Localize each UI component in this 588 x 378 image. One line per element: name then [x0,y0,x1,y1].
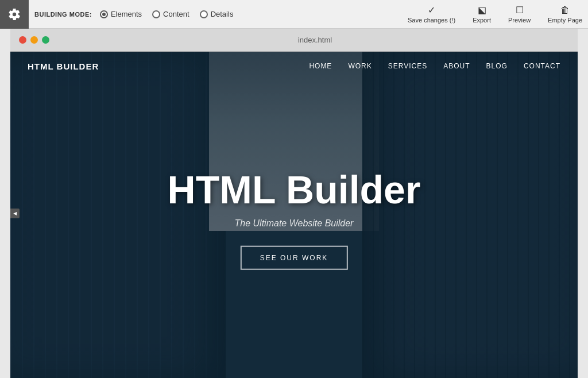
mode-elements-label: Elements [111,10,142,18]
toolbar: BUILDING MODE: Elements Content Details … [0,0,588,29]
export-label: Export [473,17,491,24]
mode-options: Elements Content Details [100,10,234,18]
hero-content: HTML Builder The Ultimate Website Builde… [67,170,521,270]
gear-button[interactable] [0,0,29,29]
gear-icon [8,8,21,21]
trash-icon: 🗑 [560,5,570,16]
radio-content [152,10,160,18]
website-preview: HTML BUILDER HOME WORK SERVICES ABOUT BL… [10,52,578,378]
mode-details-label: Details [211,10,234,18]
nav-link-services[interactable]: SERVICES [388,62,427,70]
nav-link-blog[interactable]: BLOG [486,62,508,70]
hero-title: HTML Builder [67,170,521,209]
preview-button[interactable]: ☐ Preview [508,5,531,24]
export-icon: ⬕ [478,5,486,16]
nav-link-about[interactable]: ABOUT [443,62,470,70]
nav-links: HOME WORK SERVICES ABOUT BLOG CONTACT [309,62,560,70]
export-button[interactable]: ⬕ Export [473,5,491,24]
mode-content[interactable]: Content [152,10,189,18]
minimize-dot[interactable] [30,36,38,44]
nav-link-contact[interactable]: CONTACT [524,62,560,70]
empty-page-button[interactable]: 🗑 Empty Page [548,5,582,24]
close-dot[interactable] [19,36,26,44]
radio-details [200,10,208,18]
nav-link-home[interactable]: HOME [309,62,332,70]
arrow-icon: ◀ [13,211,17,216]
toolbar-right: ✓ Save changes (!) ⬕ Export ☐ Preview 🗑 … [408,5,582,24]
address-bar[interactable]: index.html [61,36,569,44]
mode-details[interactable]: Details [200,10,234,18]
mode-content-label: Content [163,10,189,18]
site-logo[interactable]: HTML BUILDER [28,61,99,71]
save-label: Save changes (!) [408,17,455,24]
hero-subtitle: The Ultimate Website Builder [67,218,521,229]
preview-wrapper: ◀ HTML BUILDER HOME WORK SERVICES ABOUT … [10,52,578,378]
site-nav: HTML BUILDER HOME WORK SERVICES ABOUT BL… [10,52,578,80]
mode-elements[interactable]: Elements [100,10,142,18]
traffic-lights [19,36,49,44]
hero-cta-button[interactable]: SEE OUR WORK [241,246,348,270]
preview-icon: ☐ [516,5,524,16]
check-icon: ✓ [428,5,435,16]
save-button[interactable]: ✓ Save changes (!) [408,5,455,24]
empty-page-label: Empty Page [548,17,582,24]
sidebar-toggle[interactable]: ◀ [10,209,20,218]
maximize-dot[interactable] [42,36,49,44]
browser-chrome: index.html [10,29,578,52]
nav-link-work[interactable]: WORK [348,62,372,70]
radio-elements [100,10,108,18]
preview-label: Preview [508,17,531,24]
building-mode-label: BUILDING MODE: [34,11,92,18]
